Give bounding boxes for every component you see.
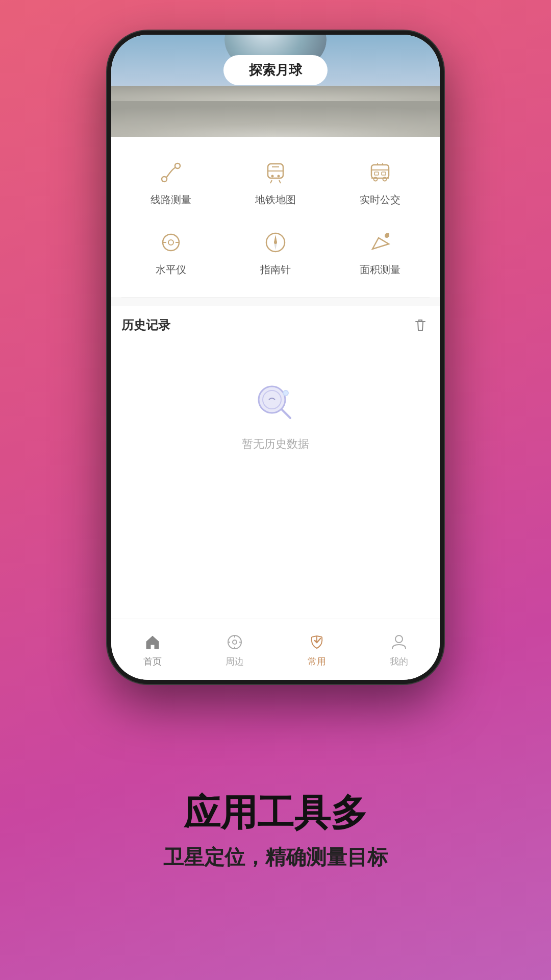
hero-title: 探索月球 xyxy=(223,55,328,85)
history-section: 历史记录 xyxy=(111,306,440,619)
main-slogan: 应用工具多 xyxy=(184,793,367,833)
empty-history-state: 暂无历史数据 xyxy=(121,350,430,482)
svg-point-4 xyxy=(277,175,280,178)
nav-home-label: 首页 xyxy=(143,655,162,668)
level-icon xyxy=(156,227,186,258)
history-title: 历史记录 xyxy=(121,317,170,333)
history-header: 历史记录 xyxy=(121,316,430,334)
tool-subway-label: 地铁地图 xyxy=(255,193,296,207)
subway-icon xyxy=(260,157,291,188)
tools-grid: 线路测量 xyxy=(121,152,430,282)
tool-area[interactable]: 面积测量 xyxy=(330,222,430,282)
nav-home[interactable]: 首页 xyxy=(111,619,193,680)
svg-point-21 xyxy=(283,390,288,396)
nearby-icon xyxy=(224,632,245,652)
section-divider xyxy=(121,297,430,298)
tools-section: 线路测量 xyxy=(111,137,440,297)
area-icon xyxy=(365,227,395,258)
screen: 探索月球 线路测量 xyxy=(111,35,440,680)
tool-bus[interactable]: 实时公交 xyxy=(330,152,430,212)
nav-common-label: 常用 xyxy=(308,655,326,668)
compass-icon xyxy=(260,227,291,258)
mine-icon xyxy=(389,632,409,652)
sub-slogan: 卫星定位，精确测量目标 xyxy=(163,843,388,871)
nav-mine[interactable]: 我的 xyxy=(358,619,440,680)
tool-compass[interactable]: 指南针 xyxy=(226,222,325,282)
svg-line-20 xyxy=(282,409,290,418)
common-icon xyxy=(307,632,327,652)
delete-history-button[interactable] xyxy=(411,316,430,334)
svg-point-13 xyxy=(274,241,277,244)
empty-search-icon xyxy=(253,380,298,426)
bottom-nav: 首页 周边 常用 xyxy=(111,619,440,680)
bus-icon xyxy=(365,157,395,188)
svg-point-3 xyxy=(271,175,273,178)
home-icon xyxy=(142,632,163,652)
nav-nearby[interactable]: 周边 xyxy=(193,619,276,680)
svg-rect-9 xyxy=(382,172,386,175)
main-content: 线路测量 xyxy=(111,137,440,619)
svg-rect-5 xyxy=(371,165,389,178)
bottom-text-area: 应用工具多 卫星定位，精确测量目标 xyxy=(133,684,418,980)
svg-rect-8 xyxy=(374,172,379,175)
nav-common[interactable]: 常用 xyxy=(276,619,358,680)
empty-history-text: 暂无历史数据 xyxy=(242,436,309,452)
tool-route[interactable]: 线路测量 xyxy=(121,152,221,212)
svg-point-23 xyxy=(233,640,237,644)
svg-point-24 xyxy=(395,635,403,643)
tool-route-label: 线路测量 xyxy=(151,193,191,207)
tool-subway[interactable]: 地铁地图 xyxy=(226,152,325,212)
nav-nearby-label: 周边 xyxy=(226,655,244,668)
svg-point-11 xyxy=(168,240,173,245)
phone-shell: 探索月球 线路测量 xyxy=(107,31,444,684)
moon-surface xyxy=(111,86,440,137)
nav-mine-label: 我的 xyxy=(390,655,408,668)
tool-compass-label: 指南针 xyxy=(260,263,291,277)
tool-level-label: 水平仪 xyxy=(156,263,186,277)
tool-bus-label: 实时公交 xyxy=(360,193,400,207)
svg-point-17 xyxy=(385,234,389,238)
tool-area-label: 面积测量 xyxy=(360,263,400,277)
route-icon xyxy=(156,157,186,188)
hero-header: 探索月球 xyxy=(111,35,440,137)
tool-level[interactable]: 水平仪 xyxy=(121,222,221,282)
